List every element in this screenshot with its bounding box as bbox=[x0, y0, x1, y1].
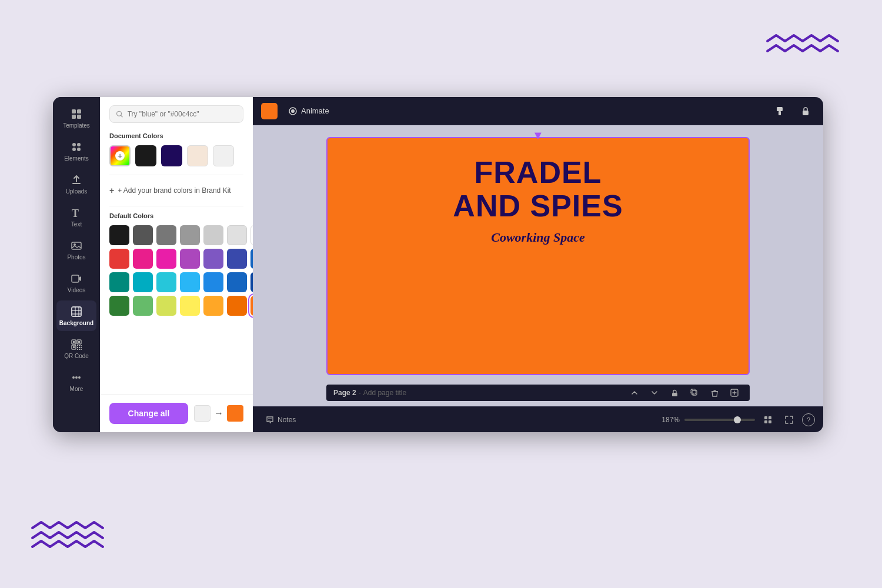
swatch-amber[interactable] bbox=[203, 296, 223, 316]
swatch-lightcyan[interactable] bbox=[156, 272, 176, 292]
doc-color-white[interactable] bbox=[213, 145, 234, 166]
page-lock-button[interactable] bbox=[666, 385, 683, 401]
svg-rect-53 bbox=[764, 420, 767, 423]
sidebar-item-more[interactable]: More bbox=[56, 366, 96, 397]
swatch-darkgray[interactable] bbox=[133, 225, 153, 245]
notes-button[interactable]: Notes bbox=[261, 413, 300, 426]
swatch-violet[interactable] bbox=[180, 249, 200, 269]
grid-view-button[interactable] bbox=[760, 412, 776, 428]
divider-1 bbox=[109, 175, 243, 175]
slide-nav-up-arrow[interactable]: ▼ bbox=[532, 129, 544, 142]
paint-format-icon bbox=[776, 106, 786, 116]
color-search-input[interactable] bbox=[128, 110, 237, 118]
swatch-purple[interactable] bbox=[203, 249, 223, 269]
add-color-plus-icon: + bbox=[115, 151, 125, 161]
videos-icon bbox=[70, 272, 83, 285]
sidebar-item-videos[interactable]: Videos bbox=[56, 268, 96, 298]
brand-kit-plus-icon: + bbox=[109, 186, 114, 195]
svg-point-7 bbox=[77, 148, 81, 151]
swatch-yellow[interactable] bbox=[180, 296, 200, 316]
page-add-button[interactable] bbox=[726, 385, 743, 401]
svg-rect-30 bbox=[79, 349, 80, 350]
swatch-blue[interactable] bbox=[203, 272, 223, 292]
color-search-bar[interactable] bbox=[109, 105, 243, 123]
slide-2-up-arrow[interactable]: ▲ bbox=[534, 406, 542, 406]
doc-color-black[interactable] bbox=[135, 145, 156, 166]
swatch-darkorange[interactable] bbox=[227, 296, 247, 316]
slide-title-line1: FRADEL bbox=[453, 156, 623, 189]
color-indicator-button[interactable] bbox=[261, 103, 278, 119]
swatch-teal[interactable] bbox=[109, 272, 129, 292]
svg-rect-51 bbox=[764, 416, 767, 419]
svg-point-6 bbox=[72, 148, 76, 151]
swatch-lime[interactable] bbox=[156, 296, 176, 316]
swatch-green[interactable] bbox=[133, 296, 153, 316]
slide-subtitle: Coworking Space bbox=[491, 230, 585, 245]
swatch-hotpink[interactable] bbox=[133, 249, 153, 269]
page-2-add-title[interactable]: Add page title bbox=[363, 389, 406, 397]
page-up-button[interactable] bbox=[626, 385, 643, 401]
zoom-level: 187% bbox=[662, 416, 680, 424]
templates-icon bbox=[70, 108, 83, 121]
sidebar-item-label: Elements bbox=[64, 155, 89, 162]
notes-icon bbox=[266, 416, 274, 424]
search-icon bbox=[116, 110, 123, 118]
svg-rect-40 bbox=[779, 111, 781, 115]
svg-rect-9 bbox=[72, 242, 81, 249]
page-down-button[interactable] bbox=[646, 385, 663, 401]
svg-rect-43 bbox=[692, 390, 697, 395]
change-all-from-swatch bbox=[194, 405, 211, 422]
svg-rect-42 bbox=[672, 393, 677, 396]
help-button[interactable]: ? bbox=[802, 413, 815, 426]
change-all-to-swatch bbox=[227, 405, 243, 422]
swatch-cyan[interactable] bbox=[133, 272, 153, 292]
add-color-swatch[interactable]: + bbox=[109, 145, 131, 166]
sidebar-item-elements[interactable]: Elements bbox=[56, 136, 96, 166]
svg-rect-12 bbox=[72, 307, 81, 316]
sidebar-item-qr-code[interactable]: QR Code bbox=[56, 333, 96, 364]
swatch-medblue[interactable] bbox=[227, 272, 247, 292]
lock-button[interactable] bbox=[796, 102, 815, 121]
doc-color-navy[interactable] bbox=[161, 145, 182, 166]
swatch-medgray[interactable] bbox=[156, 225, 176, 245]
page-action-buttons bbox=[626, 385, 743, 401]
sidebar-item-photos[interactable]: Photos bbox=[56, 235, 96, 265]
swatch-darkgreen[interactable] bbox=[109, 296, 129, 316]
svg-rect-22 bbox=[73, 346, 75, 348]
toolbar-right bbox=[771, 102, 815, 121]
doc-color-beige[interactable] bbox=[187, 145, 208, 166]
slide-1[interactable]: FRADEL AND SPIES Coworking Space bbox=[326, 137, 750, 375]
svg-rect-27 bbox=[81, 345, 82, 346]
animate-button[interactable]: Animate bbox=[283, 104, 334, 118]
svg-rect-2 bbox=[72, 115, 76, 119]
sidebar-item-templates[interactable]: Templates bbox=[56, 103, 96, 133]
divider-2 bbox=[109, 206, 243, 206]
swatch-pink[interactable] bbox=[156, 249, 176, 269]
page-duplicate-button[interactable] bbox=[686, 385, 703, 401]
animate-icon bbox=[288, 106, 298, 116]
main-window: Templates Elements Uploads bbox=[53, 97, 823, 432]
chevron-down-icon bbox=[651, 389, 658, 396]
status-bar: Notes 187% bbox=[253, 406, 823, 432]
fullscreen-button[interactable] bbox=[781, 412, 797, 428]
paint-format-button[interactable] bbox=[771, 102, 790, 121]
page-delete-button[interactable] bbox=[706, 385, 723, 401]
grid-view-icon bbox=[764, 416, 772, 424]
sidebar-item-label: Background bbox=[59, 320, 93, 326]
sidebar-item-background[interactable]: Background bbox=[56, 300, 96, 331]
swatch-verylightgray[interactable] bbox=[227, 225, 247, 245]
sidebar-item-text[interactable]: T Text bbox=[56, 202, 96, 232]
swatch-red[interactable] bbox=[109, 249, 129, 269]
change-all-button[interactable]: Change all bbox=[109, 403, 188, 424]
sidebar-item-label: Photos bbox=[67, 254, 85, 260]
swatch-lightblue[interactable] bbox=[180, 272, 200, 292]
swatch-lightgray[interactable] bbox=[203, 225, 223, 245]
brand-kit-row[interactable]: + + Add your brand colors in Brand Kit bbox=[109, 181, 243, 200]
swatch-gray[interactable] bbox=[180, 225, 200, 245]
swatch-black[interactable] bbox=[109, 225, 129, 245]
swatch-indigo[interactable] bbox=[227, 249, 247, 269]
document-colors-label: Document Colors bbox=[109, 132, 243, 139]
svg-text:T: T bbox=[72, 208, 79, 219]
zoom-slider[interactable] bbox=[684, 419, 755, 421]
sidebar-item-uploads[interactable]: Uploads bbox=[56, 169, 96, 199]
